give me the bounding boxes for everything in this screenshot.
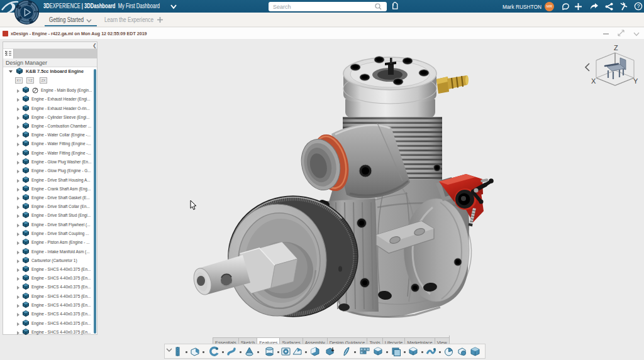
svg-text:Z: Z [614, 44, 618, 52]
svg-text:X: X [591, 77, 596, 85]
svg-text:Y: Y [633, 77, 638, 85]
